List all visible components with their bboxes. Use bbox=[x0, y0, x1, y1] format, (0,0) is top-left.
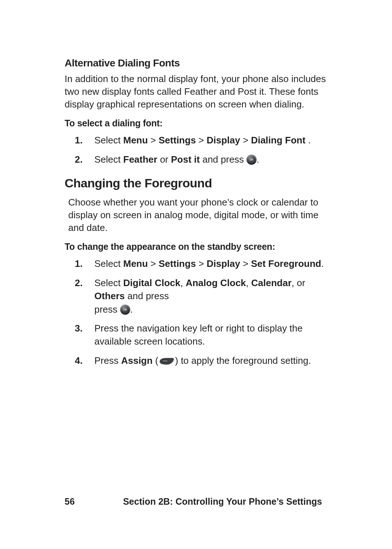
step-text: Press the navigation key left or right t… bbox=[94, 323, 303, 347]
step-item: 1. Select Menu > Settings > Display > Di… bbox=[65, 134, 333, 147]
ok-button-icon bbox=[121, 305, 130, 314]
ok-button-icon bbox=[247, 155, 256, 164]
svg-point-2 bbox=[166, 360, 167, 361]
svg-point-0 bbox=[163, 360, 164, 361]
left-softkey-icon bbox=[159, 357, 174, 365]
manual-page: Alternative Dialing Fonts In addition to… bbox=[0, 0, 392, 549]
step-item: 2. Select Feather or Post it and press . bbox=[65, 153, 333, 166]
step-text: Select Digital Clock, Analog Clock, Cale… bbox=[94, 277, 305, 315]
step-text: Select Menu > Settings > Display > Diali… bbox=[94, 135, 311, 146]
step-number: 1. bbox=[75, 257, 83, 270]
leadin-select-dialing-font: To select a dialing font: bbox=[65, 118, 333, 129]
leadin-change-standby-appearance: To change the appearance on the standby … bbox=[65, 241, 333, 252]
footer-section-title: Section 2B: Controlling Your Phone’s Set… bbox=[112, 496, 333, 507]
page-number: 56 bbox=[65, 496, 112, 507]
step-item: 1. Select Menu > Settings > Display > Se… bbox=[65, 257, 333, 270]
section-heading-changing-foreground: Changing the Foreground bbox=[65, 176, 333, 190]
step-item: 3. Press the navigation key left or righ… bbox=[65, 322, 333, 348]
subsection-heading-alt-dialing-fonts: Alternative Dialing Fonts bbox=[65, 57, 333, 69]
paragraph-alt-dialing-fonts: In addition to the normal display font, … bbox=[65, 73, 333, 111]
page-content: Alternative Dialing Fonts In addition to… bbox=[65, 57, 333, 373]
step-text: Select Feather or Post it and press . bbox=[94, 154, 259, 165]
svg-point-1 bbox=[165, 360, 166, 361]
page-footer: 56 Section 2B: Controlling Your Phone’s … bbox=[65, 496, 333, 507]
step-number: 1. bbox=[75, 134, 83, 147]
paragraph-changing-foreground: Choose whether you want your phone’s clo… bbox=[68, 196, 333, 234]
steps-select-dialing-font: 1. Select Menu > Settings > Display > Di… bbox=[65, 134, 333, 166]
step-text: Select Menu > Settings > Display > Set F… bbox=[94, 258, 324, 269]
step-number: 2. bbox=[75, 153, 83, 166]
step-item: 2. Select Digital Clock, Analog Clock, C… bbox=[65, 276, 333, 316]
step-text: Press Assign () to apply the foreground … bbox=[94, 355, 311, 366]
step-number: 2. bbox=[75, 276, 83, 289]
steps-change-foreground: 1. Select Menu > Settings > Display > Se… bbox=[65, 257, 333, 367]
step-number: 4. bbox=[75, 354, 83, 367]
step-number: 3. bbox=[75, 322, 83, 335]
step-item: 4. Press Assign () to apply the foregrou… bbox=[65, 354, 333, 367]
